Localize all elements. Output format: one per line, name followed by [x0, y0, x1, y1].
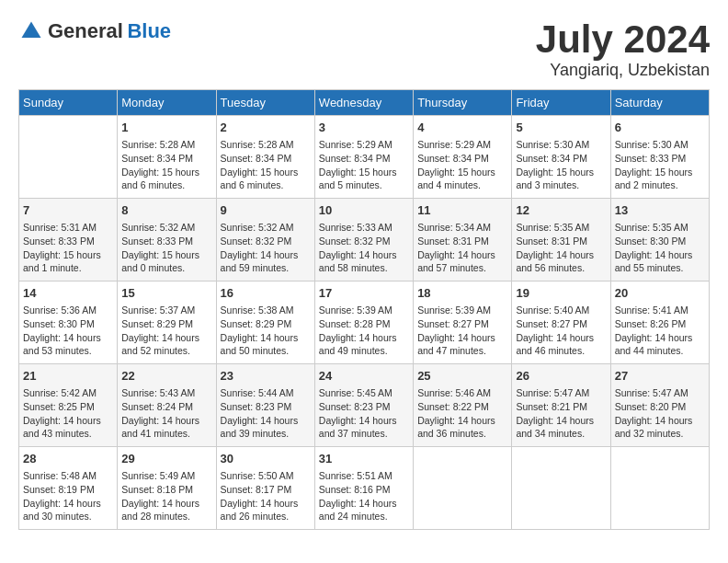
- calendar-cell: 23Sunrise: 5:44 AM Sunset: 8:23 PM Dayli…: [216, 364, 314, 447]
- calendar-cell: [512, 447, 610, 530]
- day-number: 9: [221, 202, 311, 219]
- calendar-cell: 29Sunrise: 5:49 AM Sunset: 8:18 PM Dayli…: [118, 447, 216, 530]
- calendar-cell: 26Sunrise: 5:47 AM Sunset: 8:21 PM Dayli…: [512, 364, 610, 447]
- cell-sun-info: Sunrise: 5:37 AM Sunset: 8:29 PM Dayligh…: [121, 304, 211, 358]
- cell-sun-info: Sunrise: 5:43 AM Sunset: 8:24 PM Dayligh…: [121, 386, 211, 441]
- calendar-header-row: SundayMondayTuesdayWednesdayThursdayFrid…: [19, 90, 710, 116]
- calendar-cell: 31Sunrise: 5:51 AM Sunset: 8:16 PM Dayli…: [314, 447, 413, 530]
- day-number: 20: [615, 285, 705, 302]
- cell-sun-info: Sunrise: 5:29 AM Sunset: 8:34 PM Dayligh…: [417, 138, 507, 192]
- calendar-cell: 10Sunrise: 5:33 AM Sunset: 8:32 PM Dayli…: [314, 199, 413, 282]
- calendar-cell: 6Sunrise: 5:30 AM Sunset: 8:33 PM Daylig…: [610, 116, 709, 199]
- cell-sun-info: Sunrise: 5:47 AM Sunset: 8:20 PM Dayligh…: [615, 386, 705, 441]
- cell-sun-info: Sunrise: 5:40 AM Sunset: 8:27 PM Dayligh…: [516, 304, 606, 358]
- calendar-cell: 22Sunrise: 5:43 AM Sunset: 8:24 PM Dayli…: [118, 364, 216, 447]
- cell-sun-info: Sunrise: 5:51 AM Sunset: 8:16 PM Dayligh…: [319, 469, 409, 523]
- header-sunday: Sunday: [19, 90, 118, 116]
- calendar-week-row: 14Sunrise: 5:36 AM Sunset: 8:30 PM Dayli…: [19, 282, 710, 364]
- cell-sun-info: Sunrise: 5:35 AM Sunset: 8:31 PM Dayligh…: [516, 221, 606, 275]
- logo: General Blue: [18, 18, 171, 44]
- calendar-cell: 27Sunrise: 5:47 AM Sunset: 8:20 PM Dayli…: [610, 364, 709, 447]
- calendar-cell: 11Sunrise: 5:34 AM Sunset: 8:31 PM Dayli…: [414, 199, 512, 282]
- header-saturday: Saturday: [610, 90, 709, 116]
- calendar-table: SundayMondayTuesdayWednesdayThursdayFrid…: [18, 89, 710, 530]
- day-number: 15: [121, 285, 211, 302]
- calendar-cell: 5Sunrise: 5:30 AM Sunset: 8:34 PM Daylig…: [512, 116, 610, 199]
- day-number: 19: [516, 285, 606, 302]
- title-block: July 2024 Yangiariq, Uzbekistan: [536, 18, 710, 80]
- cell-sun-info: Sunrise: 5:45 AM Sunset: 8:23 PM Dayligh…: [319, 386, 409, 441]
- location-subtitle: Yangiariq, Uzbekistan: [536, 61, 710, 80]
- calendar-cell: 25Sunrise: 5:46 AM Sunset: 8:22 PM Dayli…: [414, 364, 512, 447]
- cell-sun-info: Sunrise: 5:32 AM Sunset: 8:33 PM Dayligh…: [121, 221, 211, 275]
- calendar-cell: 3Sunrise: 5:29 AM Sunset: 8:34 PM Daylig…: [314, 116, 413, 199]
- day-number: 26: [516, 368, 606, 385]
- calendar-cell: 17Sunrise: 5:39 AM Sunset: 8:28 PM Dayli…: [314, 282, 413, 364]
- cell-sun-info: Sunrise: 5:34 AM Sunset: 8:31 PM Dayligh…: [417, 221, 507, 275]
- calendar-cell: 24Sunrise: 5:45 AM Sunset: 8:23 PM Dayli…: [314, 364, 413, 447]
- cell-sun-info: Sunrise: 5:35 AM Sunset: 8:30 PM Dayligh…: [615, 221, 705, 275]
- calendar-week-row: 28Sunrise: 5:48 AM Sunset: 8:19 PM Dayli…: [19, 447, 710, 530]
- calendar-cell: 9Sunrise: 5:32 AM Sunset: 8:32 PM Daylig…: [216, 199, 314, 282]
- day-number: 17: [319, 285, 409, 302]
- day-number: 28: [23, 451, 113, 467]
- day-number: 2: [221, 120, 311, 136]
- calendar-cell: 4Sunrise: 5:29 AM Sunset: 8:34 PM Daylig…: [414, 116, 512, 199]
- day-number: 22: [121, 368, 211, 385]
- calendar-cell: [610, 447, 709, 530]
- header-monday: Monday: [118, 90, 216, 116]
- cell-sun-info: Sunrise: 5:41 AM Sunset: 8:26 PM Dayligh…: [615, 304, 705, 358]
- calendar-cell: 19Sunrise: 5:40 AM Sunset: 8:27 PM Dayli…: [512, 282, 610, 364]
- day-number: 14: [23, 285, 113, 302]
- day-number: 16: [221, 285, 311, 302]
- calendar-cell: 14Sunrise: 5:36 AM Sunset: 8:30 PM Dayli…: [19, 282, 118, 364]
- cell-sun-info: Sunrise: 5:39 AM Sunset: 8:27 PM Dayligh…: [417, 304, 507, 358]
- cell-sun-info: Sunrise: 5:47 AM Sunset: 8:21 PM Dayligh…: [516, 386, 606, 441]
- day-number: 25: [417, 368, 507, 385]
- cell-sun-info: Sunrise: 5:48 AM Sunset: 8:19 PM Dayligh…: [23, 469, 113, 523]
- calendar-cell: [19, 116, 118, 199]
- calendar-cell: 18Sunrise: 5:39 AM Sunset: 8:27 PM Dayli…: [414, 282, 512, 364]
- calendar-cell: 21Sunrise: 5:42 AM Sunset: 8:25 PM Dayli…: [19, 364, 118, 447]
- logo-blue: Blue: [127, 19, 171, 42]
- day-number: 3: [319, 120, 409, 136]
- day-number: 11: [417, 202, 507, 219]
- day-number: 6: [615, 120, 705, 136]
- calendar-cell: 7Sunrise: 5:31 AM Sunset: 8:33 PM Daylig…: [19, 199, 118, 282]
- header-friday: Friday: [512, 90, 610, 116]
- calendar-cell: 28Sunrise: 5:48 AM Sunset: 8:19 PM Dayli…: [19, 447, 118, 530]
- header-thursday: Thursday: [414, 90, 512, 116]
- logo-general: General: [48, 19, 123, 42]
- cell-sun-info: Sunrise: 5:28 AM Sunset: 8:34 PM Dayligh…: [121, 138, 211, 192]
- day-number: 24: [319, 368, 409, 385]
- page-header: General Blue July 2024 Yangiariq, Uzbeki…: [18, 18, 710, 80]
- cell-sun-info: Sunrise: 5:36 AM Sunset: 8:30 PM Dayligh…: [23, 304, 113, 358]
- cell-sun-info: Sunrise: 5:49 AM Sunset: 8:18 PM Dayligh…: [121, 469, 211, 523]
- header-wednesday: Wednesday: [314, 90, 413, 116]
- month-year-title: July 2024: [536, 18, 710, 61]
- calendar-cell: 8Sunrise: 5:32 AM Sunset: 8:33 PM Daylig…: [118, 199, 216, 282]
- cell-sun-info: Sunrise: 5:44 AM Sunset: 8:23 PM Dayligh…: [221, 386, 311, 441]
- day-number: 29: [121, 451, 211, 467]
- calendar-cell: 15Sunrise: 5:37 AM Sunset: 8:29 PM Dayli…: [118, 282, 216, 364]
- day-number: 10: [319, 202, 409, 219]
- calendar-cell: 12Sunrise: 5:35 AM Sunset: 8:31 PM Dayli…: [512, 199, 610, 282]
- day-number: 30: [221, 451, 311, 467]
- day-number: 27: [615, 368, 705, 385]
- calendar-cell: [414, 447, 512, 530]
- calendar-cell: 2Sunrise: 5:28 AM Sunset: 8:34 PM Daylig…: [216, 116, 314, 199]
- day-number: 7: [23, 202, 113, 219]
- cell-sun-info: Sunrise: 5:30 AM Sunset: 8:34 PM Dayligh…: [516, 138, 606, 192]
- day-number: 31: [319, 451, 409, 467]
- day-number: 21: [23, 368, 113, 385]
- cell-sun-info: Sunrise: 5:30 AM Sunset: 8:33 PM Dayligh…: [615, 138, 705, 192]
- cell-sun-info: Sunrise: 5:28 AM Sunset: 8:34 PM Dayligh…: [221, 138, 311, 192]
- day-number: 4: [417, 120, 507, 136]
- calendar-cell: 20Sunrise: 5:41 AM Sunset: 8:26 PM Dayli…: [610, 282, 709, 364]
- day-number: 18: [417, 285, 507, 302]
- cell-sun-info: Sunrise: 5:42 AM Sunset: 8:25 PM Dayligh…: [23, 386, 113, 441]
- calendar-cell: 13Sunrise: 5:35 AM Sunset: 8:30 PM Dayli…: [610, 199, 709, 282]
- cell-sun-info: Sunrise: 5:38 AM Sunset: 8:29 PM Dayligh…: [221, 304, 311, 358]
- calendar-cell: 16Sunrise: 5:38 AM Sunset: 8:29 PM Dayli…: [216, 282, 314, 364]
- calendar-week-row: 7Sunrise: 5:31 AM Sunset: 8:33 PM Daylig…: [19, 199, 710, 282]
